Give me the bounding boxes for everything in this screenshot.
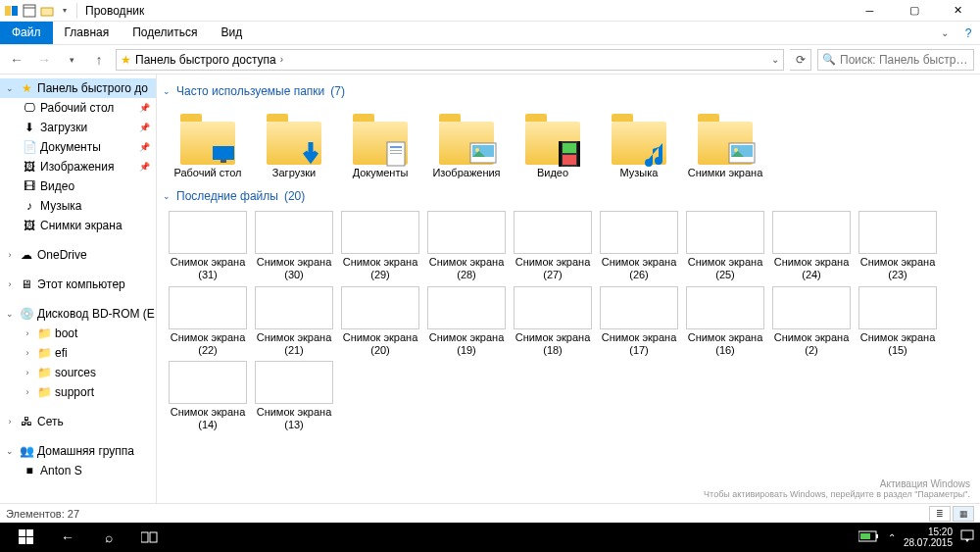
tab-file[interactable]: Файл [0,22,53,44]
folder-tile[interactable]: Музыка [598,106,680,179]
nav-quick-item[interactable]: 🖼Снимки экрана [0,216,156,235]
tab-home[interactable]: Главная [53,22,122,44]
file-tile[interactable]: Снимок экрана (26) [598,211,680,281]
file-thumbnail [341,286,419,329]
file-label: Снимок экрана (20) [339,331,421,357]
file-tile[interactable]: Снимок экрана (24) [770,211,853,281]
chevron-right-icon[interactable]: › [22,387,33,397]
file-tile[interactable]: Снимок экрана (16) [684,286,766,357]
file-tile[interactable]: Снимок экрана (22) [167,286,249,357]
chevron-down-icon[interactable]: ⌄ [4,309,16,319]
file-tile[interactable]: Снимок экрана (25) [684,211,766,281]
breadcrumb-history-dropdown[interactable]: ⌄ [771,54,779,65]
nav-quick-item[interactable]: ♪Музыка [0,196,156,216]
pin-icon: 📌 [139,123,150,132]
nav-drive-folder[interactable]: ›📁support [0,382,156,402]
nav-drive-folder[interactable]: ›📁sources [0,363,156,382]
file-tile[interactable]: Снимок экрана (19) [425,286,508,357]
tray-notifications-icon[interactable] [960,529,974,545]
chevron-down-icon[interactable]: ⌄ [163,191,171,201]
nav-drive-folder[interactable]: ›📁efi [0,343,156,363]
nav-network[interactable]: › 🖧 Сеть [0,412,156,431]
view-thumbnails-button[interactable]: ▦ [953,506,974,522]
nav-drive[interactable]: ⌄ 💿 Дисковод BD-ROM (E [0,304,156,324]
file-tile[interactable]: Снимок экрана (15) [857,286,939,357]
ribbon-expand-button[interactable]: ⌄ [933,22,956,44]
nav-quick-access[interactable]: ⌄ ★ Панель быстрого до [0,78,156,98]
nav-homegroup-user[interactable]: ■Anton S [0,461,156,480]
chevron-right-icon[interactable]: › [22,368,33,377]
music-overlay-icon [641,139,670,169]
cloud-icon: ☁ [19,247,34,263]
taskbar-clock[interactable]: 15:20 28.07.2015 [904,527,953,548]
start-button[interactable] [6,523,47,552]
folder-tile[interactable]: Видео [512,106,594,179]
nav-quick-item[interactable]: ⬇Загрузки📌 [0,118,156,137]
maximize-button[interactable]: ▢ [892,0,936,22]
file-thumbnail [514,211,592,254]
nav-onedrive[interactable]: › ☁ OneDrive [0,245,156,265]
breadcrumb-label: Панель быстрого доступа [135,53,276,67]
help-button[interactable]: ? [956,22,980,44]
nav-homegroup[interactable]: ⌄ 👥 Домашняя группа [0,441,156,461]
chevron-right-icon[interactable]: › [22,328,33,338]
nav-quick-item[interactable]: 🎞Видео [0,176,156,196]
folder-tile[interactable]: Изображения [425,106,508,179]
taskbar-search-button[interactable]: ⌕ [88,523,129,552]
nav-drive-folder[interactable]: ›📁boot [0,324,156,343]
close-button[interactable]: ✕ [936,0,980,22]
tray-battery-icon[interactable] [858,530,880,544]
tab-view[interactable]: Вид [209,22,254,44]
nav-back-button[interactable]: ← [6,49,27,71]
tab-share[interactable]: Поделиться [121,22,209,44]
file-tile[interactable]: Снимок экрана (14) [167,361,249,431]
file-tile[interactable]: Снимок экрана (30) [253,211,335,281]
folder-tile[interactable]: Документы [339,106,421,179]
chevron-right-icon[interactable]: › [4,250,16,260]
nav-recent-dropdown[interactable]: ▾ [61,49,82,71]
nav-quick-item[interactable]: 📄Документы📌 [0,137,156,157]
chevron-down-icon[interactable]: ⌄ [4,446,16,456]
file-tile[interactable]: Снимок экрана (21) [253,286,335,357]
nav-this-pc[interactable]: › 🖥 Этот компьютер [0,275,156,294]
chevron-right-icon[interactable]: › [4,417,16,427]
file-tile[interactable]: Снимок экрана (28) [425,211,508,281]
file-tile[interactable]: Снимок экрана (29) [339,211,421,281]
taskbar-back-button[interactable]: ← [47,523,88,552]
minimize-button[interactable]: ─ [848,0,892,22]
file-tile[interactable]: Снимок экрана (17) [598,286,680,357]
chevron-right-icon[interactable]: › [4,279,16,289]
nav-forward-button[interactable]: → [33,49,55,71]
file-tile[interactable]: Снимок экрана (2) [770,286,853,357]
folder-tile[interactable]: Загрузки [253,106,335,179]
qat-properties-icon[interactable] [22,3,37,19]
file-tile[interactable]: Снимок экрана (23) [857,211,939,281]
nav-quick-item[interactable]: 🖼Изображения📌 [0,157,156,176]
group-header-files[interactable]: ⌄ Последние файлы (20) [163,189,970,203]
folder-tile[interactable]: Рабочий стол [167,106,249,179]
refresh-button[interactable]: ⟳ [790,49,811,71]
folder-tile[interactable]: Снимки экрана [684,106,766,179]
file-tile[interactable]: Снимок экрана (31) [167,211,249,281]
file-label: Снимок экрана (15) [857,331,939,357]
file-tile[interactable]: Снимок экрана (13) [253,361,335,431]
tray-chevron-icon[interactable]: ⌃ [888,532,896,543]
file-tile[interactable]: Снимок экрана (27) [512,211,594,281]
search-input[interactable]: 🔍 Поиск: Панель быстрого досту... [817,49,974,71]
chevron-down-icon[interactable]: ⌄ [4,83,16,93]
view-details-button[interactable]: ≣ [929,506,951,522]
nav-up-button[interactable]: ↑ [88,49,110,71]
svg-rect-1 [12,6,18,16]
chevron-down-icon[interactable]: ⌄ [163,86,171,96]
file-tile[interactable]: Снимок экрана (20) [339,286,421,357]
file-tile[interactable]: Снимок экрана (18) [512,286,594,357]
breadcrumb[interactable]: ★ Панель быстрого доступа › ⌄ [116,49,784,71]
qat-dropdown-icon[interactable]: ▾ [57,3,73,19]
chevron-right-icon[interactable]: › [22,348,33,358]
taskbar-taskview-button[interactable] [129,523,171,552]
breadcrumb-item[interactable]: Панель быстрого доступа › [135,53,283,67]
nav-quick-item[interactable]: 🖵Рабочий стол📌 [0,98,156,118]
qat-new-folder-icon[interactable] [39,3,55,19]
group-header-folders[interactable]: ⌄ Часто используемые папки (7) [163,84,970,98]
svg-rect-15 [559,141,562,167]
